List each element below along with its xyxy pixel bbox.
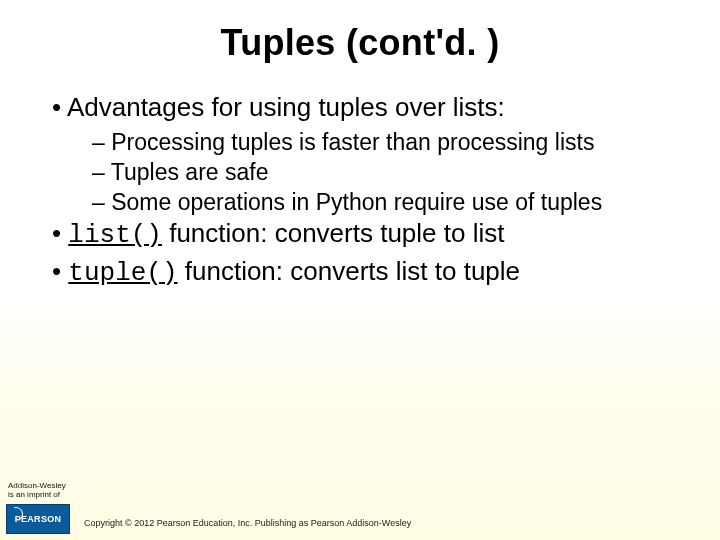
slide-title: Tuples (cont'd. ) xyxy=(40,22,680,64)
code-tuple: tuple() xyxy=(68,258,177,288)
copyright-text: Copyright © 2012 Pearson Education, Inc.… xyxy=(84,518,411,528)
pearson-logo: PEARSON xyxy=(6,504,70,534)
subbullet-processing-faster: Processing tuples is faster than process… xyxy=(40,128,680,156)
text-list-desc: function: converts tuple to list xyxy=(162,218,505,248)
code-list: list() xyxy=(68,220,162,250)
subbullet-tuples-safe: Tuples are safe xyxy=(40,158,680,186)
imprint-line2: is an imprint of xyxy=(8,491,66,500)
imprint-text: Addison-Wesley is an imprint of xyxy=(8,482,66,500)
bullet-tuple-function: tuple() function: converts list to tuple xyxy=(40,256,680,290)
bullet-list-function: list() function: converts tuple to list xyxy=(40,218,680,252)
slide: Tuples (cont'd. ) Advantages for using t… xyxy=(0,0,720,540)
bullet-advantages: Advantages for using tuples over lists: xyxy=(40,92,680,124)
text-tuple-desc: function: converts list to tuple xyxy=(178,256,521,286)
slide-content: Advantages for using tuples over lists: … xyxy=(40,92,680,289)
subbullet-python-require: Some operations in Python require use of… xyxy=(40,188,680,216)
footer: Addison-Wesley is an imprint of PEARSON … xyxy=(0,484,720,540)
